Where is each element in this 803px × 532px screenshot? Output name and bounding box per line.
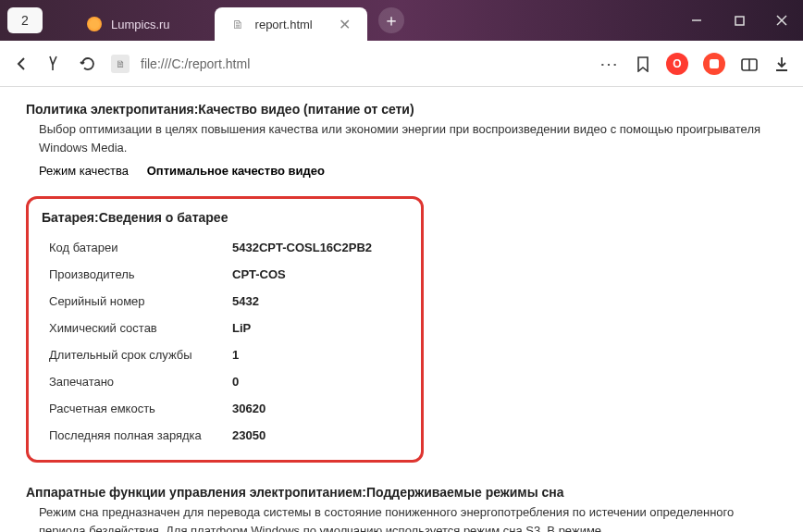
window-controls	[675, 0, 803, 41]
maximize-button[interactable]	[718, 0, 760, 41]
battery-value: 23050	[232, 428, 266, 442]
address-bar[interactable]: 🗎 file:///C:/report.html	[111, 55, 585, 73]
toolbar: 🗎 file:///C:/report.html ⋯ O	[0, 41, 803, 87]
battery-label: Расчетная емкость	[49, 402, 232, 415]
battery-label: Последняя полная зарядка	[49, 428, 232, 442]
music-icon[interactable]	[703, 53, 725, 75]
battery-value: 5432	[232, 294, 259, 308]
battery-value: CPT-COS	[232, 267, 286, 281]
page-content[interactable]: Политика электропитания:Качество видео (…	[0, 87, 803, 532]
tab-report[interactable]: 🗎 report.html ✕	[215, 7, 367, 41]
battery-value: 5432CPT-COSL16C2PB2	[232, 241, 372, 254]
battery-row: ПроизводительCPT-COS	[49, 261, 408, 288]
svg-rect-1	[735, 17, 744, 25]
battery-info-box: Батарея:Сведения о батарее Код батареи54…	[26, 196, 424, 463]
battery-label: Производитель	[49, 267, 232, 281]
power-policy-title: Политика электропитания:Качество видео (…	[26, 102, 777, 117]
titlebar: 2 Lumpics.ru 🗎 report.html ✕ ＋	[0, 0, 803, 41]
site-info-icon[interactable]: 🗎	[111, 55, 130, 73]
downloads-button[interactable]	[773, 56, 790, 72]
battery-value: LiP	[232, 321, 251, 335]
battery-value: 1	[232, 348, 239, 362]
close-icon[interactable]: ✕	[339, 16, 351, 33]
quality-mode-value: Оптимальное качество видео	[147, 164, 325, 178]
battery-row: Запечатано0	[49, 368, 408, 395]
battery-row: Последняя полная зарядка23050	[49, 422, 408, 449]
battery-label: Химический состав	[49, 321, 232, 335]
battery-value: 30620	[232, 402, 266, 415]
reload-button[interactable]	[80, 56, 96, 72]
back-button[interactable]	[13, 56, 30, 72]
quality-mode-label: Режим качества	[39, 164, 129, 178]
new-tab-button[interactable]: ＋	[378, 7, 404, 33]
tab-counter[interactable]: 2	[7, 7, 43, 33]
yandex-button[interactable]	[44, 54, 65, 74]
extensions-button[interactable]	[740, 55, 759, 73]
shield-icon[interactable]: O	[666, 53, 688, 75]
battery-label: Запечатано	[49, 375, 232, 389]
tab-label: Lumpics.ru	[111, 18, 170, 31]
file-icon: 🗎	[231, 17, 246, 31]
battery-row: Расчетная емкость30620	[49, 395, 408, 422]
battery-row: Серийный номер5432	[49, 288, 408, 315]
battery-label: Серийный номер	[49, 294, 232, 308]
battery-label: Длительный срок службы	[49, 348, 232, 362]
power-policy-desc: Выбор оптимизации в целях повышения каче…	[39, 120, 777, 156]
close-button[interactable]	[760, 0, 803, 41]
bookmark-button[interactable]	[635, 56, 651, 72]
quality-mode-row: Режим качества Оптимальное качество виде…	[39, 164, 777, 178]
hardware-desc: Режим сна предназначен для перевода сист…	[39, 503, 777, 532]
tab-label: report.html	[255, 18, 313, 31]
minimize-button[interactable]	[675, 0, 718, 41]
site-icon	[87, 17, 102, 31]
url-text: file:///C:/report.html	[141, 56, 250, 71]
battery-row: Длительный срок службы1	[49, 341, 408, 368]
battery-row: Химический составLiP	[49, 315, 408, 341]
battery-row: Код батареи5432CPT-COSL16C2PB2	[49, 234, 408, 261]
hardware-section: Аппаратные функции управления электропит…	[26, 485, 777, 532]
hardware-title: Аппаратные функции управления электропит…	[26, 485, 777, 500]
more-button[interactable]: ⋯	[599, 53, 620, 75]
battery-title: Батарея:Сведения о батарее	[42, 210, 408, 225]
battery-value: 0	[232, 375, 239, 389]
battery-label: Код батареи	[49, 241, 232, 254]
tab-lumpics[interactable]: Lumpics.ru	[70, 7, 187, 41]
